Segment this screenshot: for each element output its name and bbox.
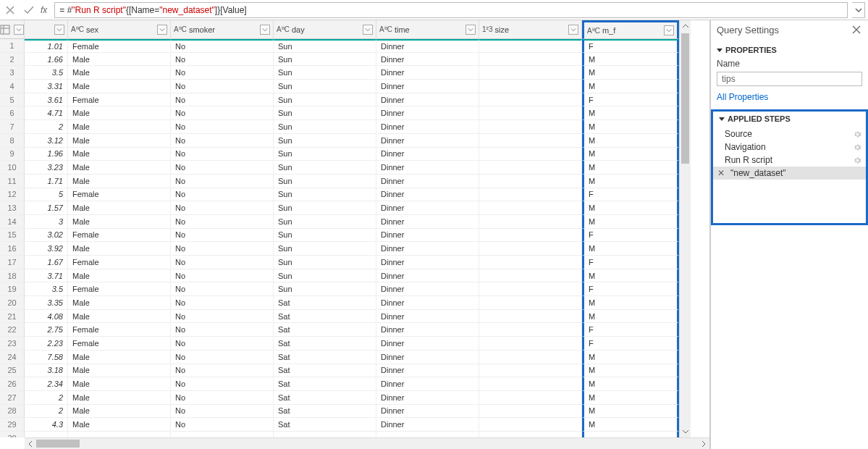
chevron-down-icon[interactable] [465, 25, 476, 35]
cell-sex[interactable]: Female [68, 337, 171, 351]
cell-sex[interactable]: Male [68, 201, 171, 215]
cell-smoker[interactable]: No [171, 256, 274, 269]
row-number[interactable]: 2 [0, 53, 25, 67]
cell-sex[interactable]: Female [68, 188, 171, 202]
row-number[interactable]: 3 [0, 66, 25, 80]
row-number[interactable]: 27 [0, 391, 25, 405]
cell-size[interactable] [479, 269, 582, 283]
cell-day[interactable]: Sat [274, 296, 376, 310]
cell-sex[interactable]: Male [68, 364, 171, 378]
column-header-time[interactable]: AᴮCtime [376, 20, 479, 39]
applied-step-navigation[interactable]: Navigation [713, 140, 866, 154]
cell-size[interactable] [479, 161, 582, 175]
cell-day[interactable]: Sun [274, 134, 376, 148]
cell-size[interactable] [479, 201, 582, 215]
cell-sex[interactable]: Male [68, 296, 171, 310]
cell-day[interactable]: Sun [274, 188, 376, 202]
row-number[interactable]: 15 [0, 229, 25, 243]
cell-smoker[interactable]: No [171, 310, 274, 324]
scroll-right-icon[interactable] [698, 441, 709, 447]
cell-day[interactable]: Sun [274, 161, 376, 175]
cell-value[interactable]: 3 [25, 215, 68, 229]
cell-time[interactable]: Dinner [376, 39, 479, 53]
cell-value[interactable]: 7.58 [25, 351, 68, 364]
cell-smoker[interactable]: No [171, 134, 274, 148]
cell-time[interactable]: Dinner [376, 296, 479, 310]
cell-time[interactable]: Dinner [376, 418, 479, 432]
cell-value[interactable]: 2 [25, 405, 68, 419]
cell-sex[interactable]: Male [68, 148, 171, 161]
cell-day[interactable]: Sun [274, 282, 376, 296]
row-number[interactable]: 22 [0, 323, 25, 337]
cell-size[interactable] [479, 229, 582, 243]
cell-sex[interactable]: Male [68, 175, 171, 188]
cancel-formula-icon[interactable] [3, 3, 17, 17]
row-number[interactable]: 20 [0, 296, 25, 310]
query-name-input[interactable]: tips [717, 72, 862, 86]
row-number[interactable]: 18 [0, 269, 25, 283]
cell-mf[interactable]: M [582, 120, 679, 134]
cell-smoker[interactable]: No [171, 53, 274, 67]
row-number[interactable]: 14 [0, 215, 25, 229]
cell-size[interactable] [479, 66, 582, 80]
applied-steps-section-header[interactable]: APPLIED STEPS [713, 112, 866, 126]
cell-size[interactable] [479, 53, 582, 67]
cell-time[interactable]: Dinner [376, 215, 479, 229]
cell-smoker[interactable]: No [171, 161, 274, 175]
cell-value[interactable]: 5 [25, 188, 68, 202]
cell-value[interactable]: 3.02 [25, 229, 68, 243]
chevron-down-icon[interactable] [14, 25, 24, 35]
applied-step-source[interactable]: Source [713, 127, 866, 140]
cell-time[interactable]: Dinner [376, 323, 479, 337]
cell-day[interactable]: Sat [274, 337, 376, 351]
cell-smoker[interactable]: No [171, 351, 274, 364]
row-number[interactable]: 7 [0, 120, 25, 134]
cell-mf[interactable]: M [582, 134, 679, 148]
cell-sex[interactable]: Male [68, 242, 171, 256]
cell-mf[interactable]: M [582, 242, 679, 256]
cell-day[interactable]: Sat [274, 418, 376, 432]
cell-smoker[interactable]: No [171, 337, 274, 351]
cell-size[interactable] [479, 106, 582, 120]
row-number[interactable]: 29 [0, 418, 25, 432]
cell-smoker[interactable]: No [171, 242, 274, 256]
cell-day[interactable]: Sun [274, 148, 376, 161]
cell-mf[interactable]: F [582, 337, 679, 351]
scroll-down-icon[interactable] [680, 426, 691, 437]
cell-size[interactable] [479, 377, 582, 391]
cell-day[interactable]: Sun [274, 175, 376, 188]
cell-mf[interactable]: M [582, 80, 679, 93]
cell-time[interactable]: Dinner [376, 201, 479, 215]
row-number[interactable]: 10 [0, 161, 25, 175]
cell-smoker[interactable]: No [171, 120, 274, 134]
cell-value[interactable]: 2 [25, 120, 68, 134]
cell-value[interactable]: 1.01 [25, 39, 68, 53]
cell-value[interactable]: 3.5 [25, 66, 68, 80]
cell-day[interactable]: Sun [274, 93, 376, 107]
cell-sex[interactable]: Female [68, 39, 171, 53]
cell-day[interactable]: Sun [274, 106, 376, 120]
gear-icon[interactable] [854, 143, 861, 151]
cell-mf[interactable]: M [582, 161, 679, 175]
cell-size[interactable] [479, 364, 582, 378]
chevron-down-icon[interactable] [568, 25, 578, 35]
cell-sex[interactable]: Male [68, 53, 171, 67]
cell-time[interactable]: Dinner [376, 229, 479, 243]
cell-sex[interactable]: Male [68, 351, 171, 364]
cell-time[interactable]: Dinner [376, 106, 479, 120]
applied-step-new-dataset[interactable]: ✕ "new_dataset" [713, 167, 866, 180]
row-number[interactable]: 13 [0, 201, 25, 215]
cell-sex[interactable]: Male [68, 391, 171, 405]
cell-size[interactable] [479, 175, 582, 188]
commit-formula-icon[interactable] [22, 3, 36, 17]
column-header-sex[interactable]: AᴮCsex [68, 20, 171, 39]
cell-sex[interactable]: Female [68, 323, 171, 337]
cell-time[interactable]: Dinner [376, 80, 479, 93]
cell-smoker[interactable]: No [171, 269, 274, 283]
scroll-left-icon[interactable] [25, 441, 36, 447]
cell-size[interactable] [479, 391, 582, 405]
expand-formula-icon[interactable] [852, 2, 865, 18]
cell-day[interactable]: Sun [274, 39, 376, 53]
cell-size[interactable] [479, 242, 582, 256]
cell-sex[interactable]: Male [68, 310, 171, 324]
